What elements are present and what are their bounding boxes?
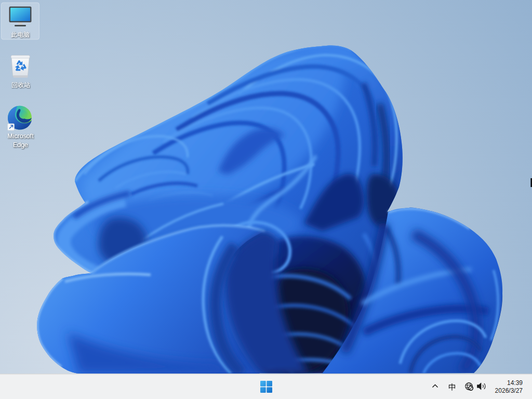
svg-text:2026/3/27: 2026/3/27 bbox=[495, 387, 523, 394]
svg-text:Edge: Edge bbox=[13, 141, 28, 149]
svg-text:Microsoft: Microsoft bbox=[7, 132, 34, 140]
svg-text:14:39: 14:39 bbox=[507, 379, 523, 387]
